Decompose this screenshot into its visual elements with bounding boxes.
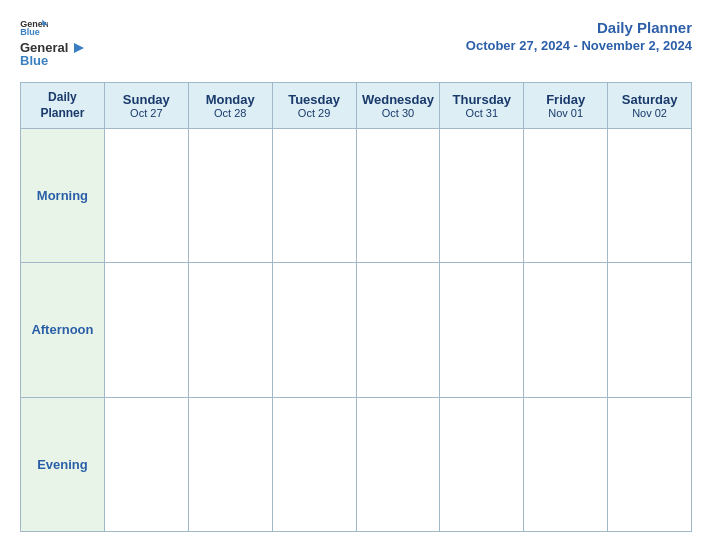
logo-area: General Blue General Blue xyxy=(20,18,84,68)
col-header-saturday: Saturday Nov 02 xyxy=(608,83,692,129)
corner-label: DailyPlanner xyxy=(40,90,84,120)
day-name-thursday: Thursday xyxy=(444,92,519,107)
afternoon-monday[interactable] xyxy=(188,263,272,397)
afternoon-row: Afternoon xyxy=(21,263,692,397)
morning-friday[interactable] xyxy=(524,129,608,263)
col-header-wednesday: Wednesday Oct 30 xyxy=(356,83,440,129)
morning-saturday[interactable] xyxy=(608,129,692,263)
day-name-wednesday: Wednesday xyxy=(361,92,436,107)
morning-sunday[interactable] xyxy=(104,129,188,263)
day-date-saturday: Nov 02 xyxy=(612,107,687,119)
page-header: General Blue General Blue Daily Planner … xyxy=(20,18,692,68)
title-area: Daily Planner October 27, 2024 - Novembe… xyxy=(466,18,692,53)
morning-row: Morning xyxy=(21,129,692,263)
calendar-table: DailyPlanner Sunday Oct 27 Monday Oct 28… xyxy=(20,82,692,532)
evening-tuesday[interactable] xyxy=(272,397,356,531)
header-row: DailyPlanner Sunday Oct 27 Monday Oct 28… xyxy=(21,83,692,129)
col-header-sunday: Sunday Oct 27 xyxy=(104,83,188,129)
evening-sunday[interactable] xyxy=(104,397,188,531)
afternoon-friday[interactable] xyxy=(524,263,608,397)
col-header-thursday: Thursday Oct 31 xyxy=(440,83,524,129)
day-date-sunday: Oct 27 xyxy=(109,107,184,119)
evening-saturday[interactable] xyxy=(608,397,692,531)
afternoon-saturday[interactable] xyxy=(608,263,692,397)
morning-thursday[interactable] xyxy=(440,129,524,263)
afternoon-label: Afternoon xyxy=(21,263,105,397)
morning-monday[interactable] xyxy=(188,129,272,263)
afternoon-sunday[interactable] xyxy=(104,263,188,397)
day-date-thursday: Oct 31 xyxy=(444,107,519,119)
evening-label: Evening xyxy=(21,397,105,531)
svg-text:Blue: Blue xyxy=(20,27,40,36)
evening-monday[interactable] xyxy=(188,397,272,531)
afternoon-wednesday[interactable] xyxy=(356,263,440,397)
day-date-friday: Nov 01 xyxy=(528,107,603,119)
day-name-sunday: Sunday xyxy=(109,92,184,107)
evening-thursday[interactable] xyxy=(440,397,524,531)
day-name-saturday: Saturday xyxy=(612,92,687,107)
col-header-monday: Monday Oct 28 xyxy=(188,83,272,129)
date-range: October 27, 2024 - November 2, 2024 xyxy=(466,38,692,53)
evening-friday[interactable] xyxy=(524,397,608,531)
evening-row: Evening xyxy=(21,397,692,531)
day-name-friday: Friday xyxy=(528,92,603,107)
day-date-tuesday: Oct 29 xyxy=(277,107,352,119)
day-name-tuesday: Tuesday xyxy=(277,92,352,107)
svg-marker-3 xyxy=(74,43,84,53)
col-header-friday: Friday Nov 01 xyxy=(524,83,608,129)
planner-title: Daily Planner xyxy=(466,18,692,38)
afternoon-thursday[interactable] xyxy=(440,263,524,397)
day-name-monday: Monday xyxy=(193,92,268,107)
logo-triangle-icon xyxy=(70,43,84,53)
afternoon-tuesday[interactable] xyxy=(272,263,356,397)
day-date-wednesday: Oct 30 xyxy=(361,107,436,119)
logo-icon: General Blue xyxy=(20,18,48,36)
corner-header: DailyPlanner xyxy=(21,83,105,129)
day-date-monday: Oct 28 xyxy=(193,107,268,119)
logo-blue: Blue xyxy=(20,53,48,68)
col-header-tuesday: Tuesday Oct 29 xyxy=(272,83,356,129)
morning-tuesday[interactable] xyxy=(272,129,356,263)
morning-wednesday[interactable] xyxy=(356,129,440,263)
morning-label: Morning xyxy=(21,129,105,263)
evening-wednesday[interactable] xyxy=(356,397,440,531)
